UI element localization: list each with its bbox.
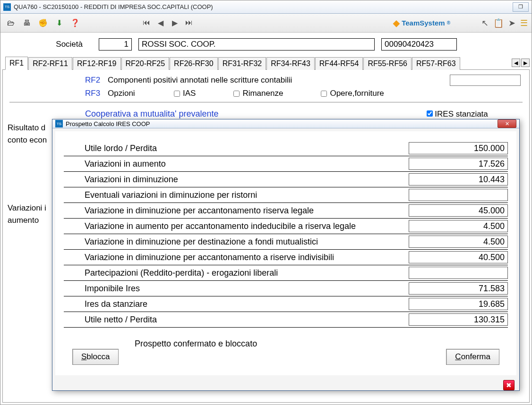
forward-icon[interactable]: ➤: [508, 18, 515, 28]
calc-value-input[interactable]: [409, 251, 508, 263]
sblocca-button[interactable]: Sblocca: [72, 349, 119, 365]
tab-scroll-right[interactable]: ▶: [521, 59, 530, 67]
brand-logo: ◆ TeamSystem®: [393, 18, 450, 28]
calc-value-input[interactable]: [409, 282, 508, 295]
calc-label: Variazione in diminuzione per destinazio…: [64, 237, 409, 247]
ires-modal: TS Prospetto Calcolo IRES COOP ✕ Utile l…: [52, 119, 520, 391]
calc-row: Variazione in diminuzione per accantonam…: [64, 203, 508, 219]
calc-label: Variazioni in diminuzione: [64, 175, 409, 185]
calc-label: Variazione in aumento per accantonamento…: [64, 221, 409, 231]
societa-code-input[interactable]: [381, 38, 457, 51]
print-icon[interactable]: 🖶: [20, 17, 34, 30]
calc-row: Variazione in diminuzione per destinazio…: [64, 234, 508, 250]
calc-label: Utile netto / Perdita: [64, 315, 409, 325]
calc-value-input[interactable]: [409, 236, 508, 248]
tab-rf44-rf54[interactable]: RF44-RF54: [315, 57, 363, 70]
calc-value-input[interactable]: [409, 189, 508, 201]
tab-rf34-rf43[interactable]: RF34-RF43: [266, 57, 315, 70]
list-icon[interactable]: ☰: [520, 18, 528, 28]
rf2-value-input[interactable]: [450, 75, 521, 86]
calc-row: Partecipazioni (Reddito-perdita) - eroga…: [64, 265, 508, 281]
calc-label: Utile lordo / Perdita: [64, 143, 409, 153]
side-label-2: Variazioni i aumento: [8, 202, 46, 227]
modal-titlebar: TS Prospetto Calcolo IRES COOP ✕: [52, 119, 519, 128]
opere-checkbox[interactable]: [321, 91, 327, 97]
app-icon: TS: [3, 3, 11, 11]
open-icon[interactable]: 🗁: [4, 17, 17, 30]
rf3-label: RF3: [85, 89, 108, 98]
calc-row: Utile netto / Perdita: [64, 312, 508, 328]
calc-row: Variazione in aumento per accantonamento…: [64, 219, 508, 234]
calc-row: Utile lordo / Perdita: [64, 141, 508, 156]
societa-num-input[interactable]: [99, 38, 132, 51]
modal-app-icon: TS: [55, 120, 63, 127]
tabs: RF1 RF2-RF11 RF12-RF19 RF20-RF25 RF26-RF…: [2, 56, 530, 70]
ias-label: IAS: [183, 89, 196, 98]
ires-checkbox[interactable]: [427, 110, 433, 117]
modal-exit-button[interactable]: ✖: [503, 380, 515, 390]
calc-label: Imponibile Ires: [64, 284, 409, 294]
calc-row: Ires da stanziare: [64, 296, 508, 312]
tab-rf31-rf32[interactable]: RF31-RF32: [218, 57, 266, 70]
calc-value-input[interactable]: [409, 313, 508, 326]
calc-value-input[interactable]: [409, 204, 508, 217]
ires-label: IRES stanziata: [435, 110, 488, 118]
window-title: QUA760 - SC20150100 - REDDITI DI IMPRESA…: [14, 3, 513, 10]
nav-last-icon[interactable]: ⏭: [184, 18, 194, 27]
modal-title-text: Prospetto Calcolo IRES COOP: [66, 120, 498, 127]
tab-rf1[interactable]: RF1: [5, 57, 28, 70]
header-row: Società: [2, 36, 530, 56]
calc-value-input[interactable]: [409, 142, 508, 154]
tab-rf26-rf30[interactable]: RF26-RF30: [170, 57, 218, 70]
modal-close-button[interactable]: ✕: [498, 119, 516, 128]
calc-row: Variazioni in aumento: [64, 156, 508, 172]
societa-name-input[interactable]: [138, 38, 375, 51]
toolbar: 🗁 🖶 ✊ ⬇ ❓ ⏮ ◀ ▶ ⏭ ◆ TeamSystem® ↖ 📋 ➤ ☰: [0, 14, 532, 33]
help-icon[interactable]: ❓: [69, 17, 82, 30]
calc-row: Eventuali variazioni in diminuzione per …: [64, 187, 508, 203]
calc-label: Eventuali variazioni in diminuzione per …: [64, 190, 409, 200]
rf3-text: Opzioni: [108, 89, 150, 98]
calc-value-input[interactable]: [409, 298, 508, 310]
tab-rf55-rf56[interactable]: RF55-RF56: [363, 57, 412, 70]
nav-prev-icon[interactable]: ◀: [155, 18, 166, 27]
tab-rf20-rf25[interactable]: RF20-RF25: [121, 57, 170, 70]
modal-status: Prospetto confermato e bloccato: [135, 339, 508, 349]
ias-checkbox[interactable]: [174, 91, 180, 97]
calc-value-input[interactable]: [409, 173, 508, 186]
calc-value-input[interactable]: [409, 220, 508, 232]
tab-rf12-rf19[interactable]: RF12-RF19: [73, 57, 121, 70]
cursor-icon[interactable]: ↖: [481, 18, 489, 28]
rf2-text: Componenti positivi annotati nelle scrit…: [108, 76, 292, 85]
rimanenze-checkbox[interactable]: [233, 91, 240, 97]
calc-label: Variazioni in aumento: [64, 159, 409, 169]
tab-rf57-rf63[interactable]: RF57-RF63: [412, 57, 460, 70]
tab-rf2-rf11[interactable]: RF2-RF11: [28, 57, 72, 70]
rimanenze-label: Rimanenze: [242, 89, 283, 98]
nav-next-icon[interactable]: ▶: [170, 18, 180, 27]
tab-scroll-left[interactable]: ◀: [512, 59, 520, 67]
nav-first-icon[interactable]: ⏮: [141, 18, 152, 27]
calc-value-input[interactable]: [409, 267, 508, 279]
side-label-1: Risultato d conto econ: [8, 122, 47, 146]
calc-label: Ires da stanziare: [64, 299, 409, 309]
rf2-label: RF2: [85, 76, 108, 85]
hand-icon[interactable]: ✊: [36, 17, 50, 30]
export-icon[interactable]: ⬇: [52, 17, 66, 30]
calc-row: Variazioni in diminuzione: [64, 172, 508, 187]
window-restore-button[interactable]: ❐: [513, 2, 529, 12]
calc-label: Variazione in diminuzione per accantonam…: [64, 253, 409, 262]
clipboard-icon[interactable]: 📋: [493, 18, 504, 28]
conferma-button[interactable]: Conferma: [446, 349, 499, 365]
societa-label: Società: [7, 40, 92, 49]
calc-label: Partecipazioni (Reddito-perdita) - eroga…: [64, 268, 409, 278]
calc-row: Imponibile Ires: [64, 281, 508, 296]
opere-label: Opere,forniture: [330, 89, 384, 98]
main-titlebar: TS QUA760 - SC20150100 - REDDITI DI IMPR…: [0, 0, 532, 14]
calc-value-input[interactable]: [409, 158, 508, 170]
calc-label: Variazione in diminuzione per accantonam…: [64, 206, 409, 216]
calc-row: Variazione in diminuzione per accantonam…: [64, 250, 508, 265]
